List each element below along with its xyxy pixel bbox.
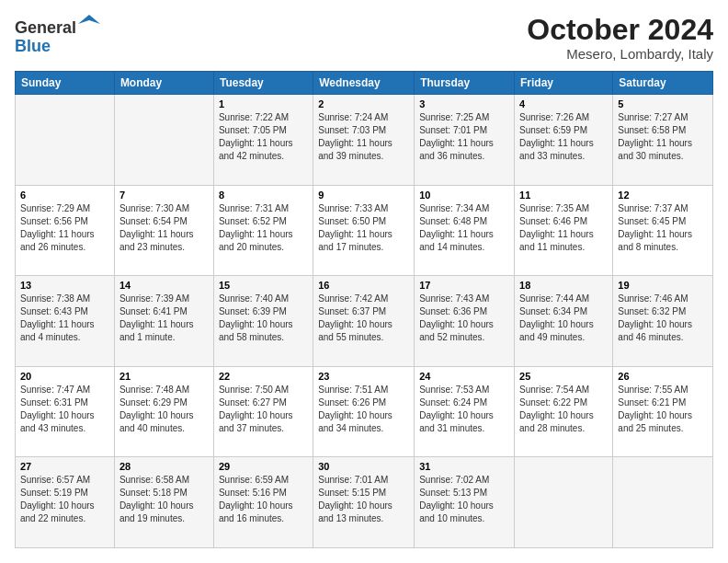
day-info: Sunrise: 7:30 AMSunset: 6:54 PMDaylight:… [119, 202, 209, 254]
calendar-header-row: SundayMondayTuesdayWednesdayThursdayFrid… [16, 72, 713, 95]
calendar-cell: 18Sunrise: 7:44 AMSunset: 6:34 PMDayligh… [515, 276, 613, 367]
calendar-cell: 2Sunrise: 7:24 AMSunset: 7:03 PMDaylight… [313, 95, 415, 186]
day-number: 24 [419, 371, 509, 382]
calendar-week-row: 1Sunrise: 7:22 AMSunset: 7:05 PMDaylight… [16, 95, 713, 186]
day-number: 11 [519, 190, 608, 201]
day-info: Sunrise: 7:44 AMSunset: 6:34 PMDaylight:… [519, 293, 608, 344]
calendar-cell: 7Sunrise: 7:30 AMSunset: 6:54 PMDaylight… [114, 185, 213, 276]
day-number: 23 [318, 371, 409, 382]
weekday-header: Saturday [613, 72, 713, 95]
day-info: Sunrise: 7:40 AMSunset: 6:39 PMDaylight:… [219, 293, 308, 344]
title-block: October 2024 Mesero, Lombardy, Italy [527, 15, 713, 62]
calendar-cell: 11Sunrise: 7:35 AMSunset: 6:46 PMDayligh… [515, 185, 613, 276]
calendar-cell: 26Sunrise: 7:55 AMSunset: 6:21 PMDayligh… [613, 366, 713, 457]
logo: General Blue [15, 15, 100, 56]
calendar-cell: 30Sunrise: 7:01 AMSunset: 5:15 PMDayligh… [313, 457, 415, 548]
logo-blue: Blue [15, 37, 51, 55]
day-info: Sunrise: 7:54 AMSunset: 6:22 PMDaylight:… [519, 384, 608, 435]
day-number: 21 [119, 371, 209, 382]
day-info: Sunrise: 6:58 AMSunset: 5:18 PMDaylight:… [119, 474, 209, 525]
day-info: Sunrise: 7:50 AMSunset: 6:27 PMDaylight:… [219, 384, 308, 435]
day-number: 27 [20, 461, 109, 472]
day-number: 17 [419, 280, 509, 291]
day-number: 13 [20, 280, 109, 291]
calendar-cell: 12Sunrise: 7:37 AMSunset: 6:45 PMDayligh… [613, 185, 713, 276]
day-info: Sunrise: 7:31 AMSunset: 6:52 PMDaylight:… [219, 202, 308, 254]
day-info: Sunrise: 7:25 AMSunset: 7:01 PMDaylight:… [419, 111, 509, 163]
calendar-cell: 14Sunrise: 7:39 AMSunset: 6:41 PMDayligh… [114, 276, 213, 367]
calendar-cell: 3Sunrise: 7:25 AMSunset: 7:01 PMDaylight… [415, 95, 515, 186]
day-number: 16 [318, 280, 409, 291]
day-info: Sunrise: 7:55 AMSunset: 6:21 PMDaylight:… [618, 384, 708, 435]
calendar-cell [515, 457, 613, 548]
logo-text: General Blue [15, 15, 100, 56]
calendar-cell: 17Sunrise: 7:43 AMSunset: 6:36 PMDayligh… [415, 276, 515, 367]
calendar-cell: 24Sunrise: 7:53 AMSunset: 6:24 PMDayligh… [415, 366, 515, 457]
day-number: 4 [519, 98, 608, 109]
calendar-cell: 9Sunrise: 7:33 AMSunset: 6:50 PMDaylight… [313, 185, 415, 276]
day-info: Sunrise: 7:29 AMSunset: 6:56 PMDaylight:… [20, 202, 109, 254]
calendar-cell: 20Sunrise: 7:47 AMSunset: 6:31 PMDayligh… [16, 366, 115, 457]
day-number: 9 [318, 190, 409, 201]
weekday-header: Tuesday [213, 72, 313, 95]
day-number: 22 [219, 371, 308, 382]
weekday-header: Sunday [16, 72, 115, 95]
logo-general: General [15, 18, 76, 37]
calendar-cell: 13Sunrise: 7:38 AMSunset: 6:43 PMDayligh… [16, 276, 115, 367]
calendar-cell: 19Sunrise: 7:46 AMSunset: 6:32 PMDayligh… [613, 276, 713, 367]
calendar-cell: 16Sunrise: 7:42 AMSunset: 6:37 PMDayligh… [313, 276, 415, 367]
day-number: 15 [219, 280, 308, 291]
day-number: 5 [618, 98, 708, 109]
calendar-cell: 6Sunrise: 7:29 AMSunset: 6:56 PMDaylight… [16, 185, 115, 276]
calendar-week-row: 13Sunrise: 7:38 AMSunset: 6:43 PMDayligh… [16, 276, 713, 367]
day-number: 19 [618, 280, 708, 291]
calendar-cell: 15Sunrise: 7:40 AMSunset: 6:39 PMDayligh… [213, 276, 313, 367]
day-info: Sunrise: 7:47 AMSunset: 6:31 PMDaylight:… [20, 384, 109, 435]
calendar-cell: 8Sunrise: 7:31 AMSunset: 6:52 PMDaylight… [213, 185, 313, 276]
calendar-week-row: 20Sunrise: 7:47 AMSunset: 6:31 PMDayligh… [16, 366, 713, 457]
day-info: Sunrise: 7:22 AMSunset: 7:05 PMDaylight:… [219, 111, 308, 163]
calendar-cell: 29Sunrise: 6:59 AMSunset: 5:16 PMDayligh… [213, 457, 313, 548]
calendar-cell: 4Sunrise: 7:26 AMSunset: 6:59 PMDaylight… [515, 95, 613, 186]
day-info: Sunrise: 6:59 AMSunset: 5:16 PMDaylight:… [219, 474, 308, 525]
day-info: Sunrise: 7:43 AMSunset: 6:36 PMDaylight:… [419, 293, 509, 344]
day-info: Sunrise: 6:57 AMSunset: 5:19 PMDaylight:… [20, 474, 109, 525]
calendar-table: SundayMondayTuesdayWednesdayThursdayFrid… [15, 71, 713, 548]
day-number: 30 [318, 461, 409, 472]
day-info: Sunrise: 7:35 AMSunset: 6:46 PMDaylight:… [519, 202, 608, 254]
day-number: 18 [519, 280, 608, 291]
day-info: Sunrise: 7:34 AMSunset: 6:48 PMDaylight:… [419, 202, 509, 254]
day-info: Sunrise: 7:24 AMSunset: 7:03 PMDaylight:… [318, 111, 409, 163]
calendar-cell: 31Sunrise: 7:02 AMSunset: 5:13 PMDayligh… [415, 457, 515, 548]
calendar-cell: 23Sunrise: 7:51 AMSunset: 6:26 PMDayligh… [313, 366, 415, 457]
day-number: 25 [519, 371, 608, 382]
weekday-header: Wednesday [313, 72, 415, 95]
calendar-cell: 22Sunrise: 7:50 AMSunset: 6:27 PMDayligh… [213, 366, 313, 457]
calendar-cell [114, 95, 213, 186]
day-number: 26 [618, 371, 708, 382]
month-title: October 2024 [527, 15, 713, 44]
svg-marker-0 [78, 15, 100, 24]
day-info: Sunrise: 7:39 AMSunset: 6:41 PMDaylight:… [119, 293, 209, 344]
calendar-cell [613, 457, 713, 548]
day-number: 10 [419, 190, 509, 201]
logo-bird-icon [78, 15, 100, 33]
calendar-week-row: 27Sunrise: 6:57 AMSunset: 5:19 PMDayligh… [16, 457, 713, 548]
day-info: Sunrise: 7:37 AMSunset: 6:45 PMDaylight:… [618, 202, 708, 254]
day-number: 12 [618, 190, 708, 201]
day-number: 14 [119, 280, 209, 291]
calendar-cell: 10Sunrise: 7:34 AMSunset: 6:48 PMDayligh… [415, 185, 515, 276]
day-info: Sunrise: 7:01 AMSunset: 5:15 PMDaylight:… [318, 474, 409, 525]
day-number: 2 [318, 98, 409, 109]
day-info: Sunrise: 7:46 AMSunset: 6:32 PMDaylight:… [618, 293, 708, 344]
weekday-header: Monday [114, 72, 213, 95]
calendar-cell: 25Sunrise: 7:54 AMSunset: 6:22 PMDayligh… [515, 366, 613, 457]
day-info: Sunrise: 7:48 AMSunset: 6:29 PMDaylight:… [119, 384, 209, 435]
day-number: 20 [20, 371, 109, 382]
calendar-cell: 27Sunrise: 6:57 AMSunset: 5:19 PMDayligh… [16, 457, 115, 548]
day-info: Sunrise: 7:38 AMSunset: 6:43 PMDaylight:… [20, 293, 109, 344]
calendar-cell: 21Sunrise: 7:48 AMSunset: 6:29 PMDayligh… [114, 366, 213, 457]
calendar-cell: 1Sunrise: 7:22 AMSunset: 7:05 PMDaylight… [213, 95, 313, 186]
day-number: 7 [119, 190, 209, 201]
day-info: Sunrise: 7:51 AMSunset: 6:26 PMDaylight:… [318, 384, 409, 435]
